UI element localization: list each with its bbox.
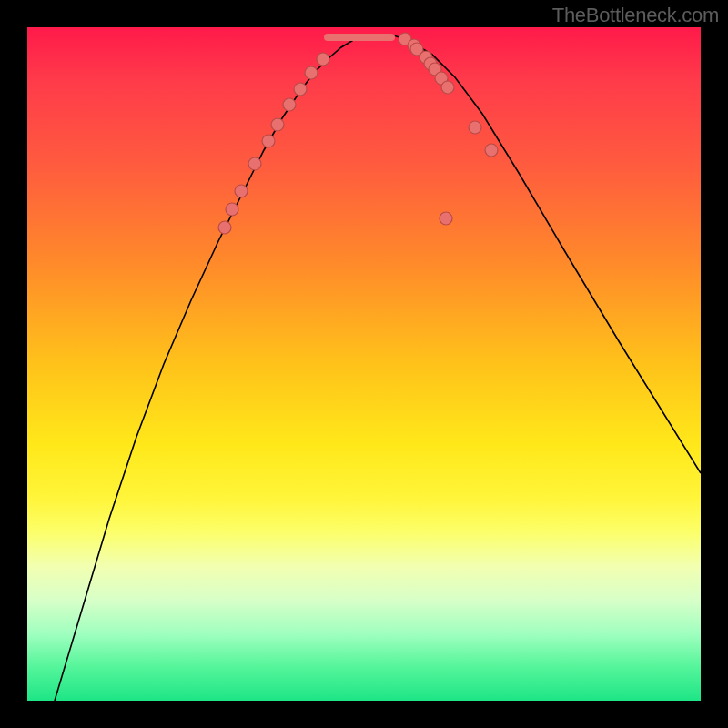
- watermark-text: TheBottleneck.com: [552, 4, 719, 27]
- chart-container: TheBottleneck.com: [0, 0, 728, 728]
- data-point: [305, 66, 318, 79]
- data-point: [248, 157, 261, 170]
- dots-left-group: [218, 53, 329, 234]
- dots-right-group: [399, 33, 498, 225]
- plot-area: [27, 27, 701, 701]
- data-point: [317, 53, 329, 66]
- data-point: [226, 203, 238, 216]
- data-point: [271, 118, 284, 131]
- data-point: [469, 121, 481, 134]
- data-point: [235, 185, 248, 197]
- data-point: [218, 221, 231, 234]
- data-point: [262, 135, 275, 147]
- data-point: [485, 144, 498, 157]
- data-point: [283, 98, 296, 111]
- data-point: [440, 212, 452, 225]
- data-point: [294, 83, 307, 96]
- curve-svg: [27, 27, 701, 701]
- bottleneck-curve: [55, 35, 701, 701]
- data-point: [441, 81, 454, 94]
